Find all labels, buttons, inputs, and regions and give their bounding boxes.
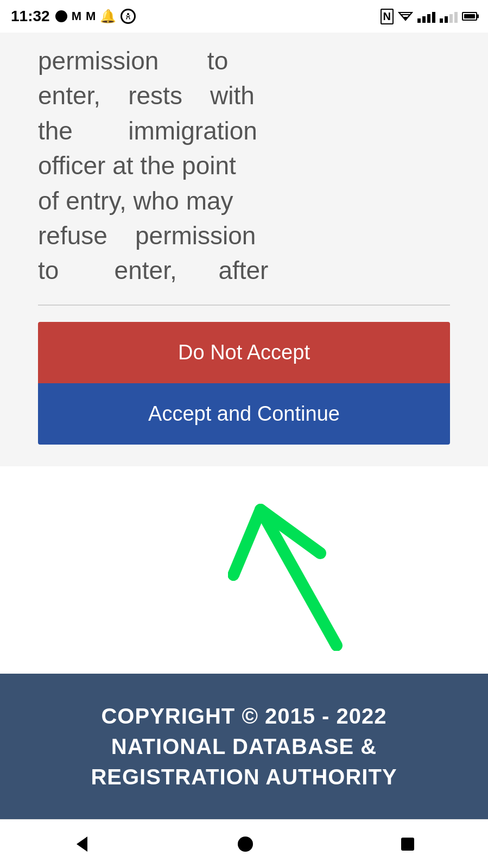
svg-point-5: [238, 837, 253, 852]
battery-icon: [462, 12, 477, 21]
status-bar: 11:32 M M 🔔 N: [0, 0, 488, 33]
nav-back-button[interactable]: [72, 834, 92, 854]
status-bar-left: 11:32 M M 🔔: [11, 8, 136, 25]
nav-bar: [0, 819, 488, 868]
home-icon: [236, 834, 255, 854]
svg-rect-6: [401, 838, 414, 851]
svg-marker-4: [77, 837, 87, 852]
back-icon: [72, 834, 92, 854]
main-content: permission to enter, rests with the immi…: [0, 33, 488, 674]
svg-point-0: [127, 13, 129, 15]
footer-text: COPYRIGHT © 2015 - 2022 NATIONAL DATABAS…: [22, 701, 466, 792]
nfc-icon: N: [381, 9, 394, 24]
dot-icon: [55, 10, 67, 22]
footer: COPYRIGHT © 2015 - 2022 NATIONAL DATABAS…: [0, 674, 488, 819]
nav-home-button[interactable]: [236, 834, 255, 854]
status-bar-right: N: [381, 9, 477, 24]
text-area: permission to enter, rests with the immi…: [0, 33, 488, 305]
do-not-accept-button[interactable]: Do Not Accept: [38, 322, 450, 383]
signal-bars-2: [440, 10, 458, 23]
nav-recent-button[interactable]: [399, 835, 416, 853]
buttons-area: Do Not Accept Accept and Continue: [0, 306, 488, 466]
mail-icon-m2: M: [86, 9, 96, 23]
accept-continue-button[interactable]: Accept and Continue: [38, 383, 450, 445]
signal-bars-1: [417, 10, 435, 23]
runner-icon: [121, 9, 136, 24]
bell-icon: 🔔: [100, 9, 116, 24]
wifi-icon: [398, 10, 413, 22]
green-arrow-annotation: [228, 477, 434, 651]
recent-icon: [399, 835, 416, 853]
arrow-area: [0, 466, 488, 674]
svg-line-2: [233, 510, 261, 575]
status-time: 11:32: [11, 8, 50, 25]
scroll-text: permission to enter, rests with the immi…: [38, 43, 450, 288]
status-icons: M M 🔔: [55, 9, 136, 24]
mail-icon-m1: M: [72, 9, 81, 23]
